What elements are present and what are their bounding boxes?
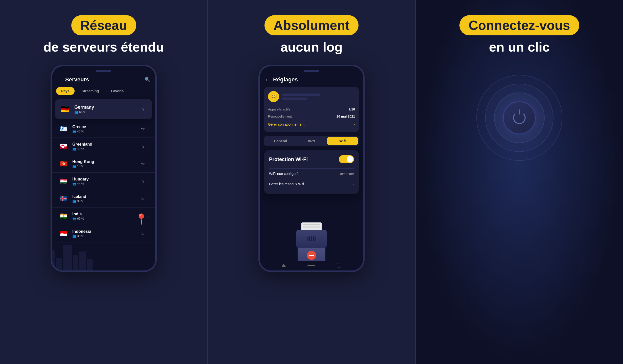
search-icon[interactable]: 🔍 <box>145 77 150 82</box>
server-load-hongkong: 👥 13 % <box>72 165 141 168</box>
star-hungary[interactable]: ☆ <box>141 178 145 184</box>
wifi-toggle[interactable] <box>339 155 354 163</box>
wifi-demander-btn[interactable]: Demander <box>339 172 354 176</box>
power-button[interactable] <box>503 101 536 134</box>
server-load-indonesia: 👥 33 % <box>72 234 141 238</box>
server-header-left: ← Serveurs <box>57 76 89 83</box>
chevron-greece: › <box>147 127 149 131</box>
servers-title: Serveurs <box>65 76 89 83</box>
panel-connect: Connectez-vous en un clic Connecté à: 🛡 … <box>416 0 623 364</box>
wifi-manage-chevron: › <box>353 182 354 186</box>
back-arrow-settings[interactable]: ← <box>265 77 270 83</box>
tab-streaming[interactable]: Streaming <box>77 87 104 95</box>
settings-tabs: Général VPN Wifi <box>264 136 359 146</box>
star-indonesia[interactable]: ☆ <box>141 231 145 236</box>
panel-servers: Réseau de serveurs étendu ← Serveurs 🔍 P… <box>0 0 208 364</box>
renewal-value: 26 mai 2021 <box>337 115 355 118</box>
paper-line-3 <box>303 228 320 228</box>
panel3-heading: Connectez-vous en un clic <box>459 15 579 55</box>
server-row-greece[interactable]: 🇬🇷 Greece 👥 40 % ☆ › <box>52 120 155 138</box>
load-icon: 👥 <box>72 234 76 238</box>
server-info-greece: Greece 👥 40 % <box>72 125 141 133</box>
server-name-germany: Germany <box>74 105 141 110</box>
server-info-germany: Germany 👥 66 % <box>74 105 141 114</box>
server-name-hongkong: Hong Kong <box>72 160 141 164</box>
server-row-germany-highlight[interactable]: 🇩🇪 Germany 👥 66 % ☆ › <box>55 99 152 119</box>
flag-greenland: 🇬🇱 <box>59 141 69 151</box>
map-pin-decoration: 📍 <box>135 213 148 225</box>
building-6 <box>87 259 93 270</box>
manage-subscription-btn[interactable]: Gérer son abonnement › <box>268 120 355 128</box>
panel-nolog: Absolument aucun log ← Réglages 😊 <box>208 0 416 364</box>
slot-4 <box>313 236 314 241</box>
panel3-bg <box>416 0 623 364</box>
chevron-greenland: › <box>147 144 149 148</box>
chevron-hungary: › <box>147 179 149 183</box>
stab-wifi[interactable]: Wifi <box>327 137 358 145</box>
server-name-greece: Greece <box>72 125 141 129</box>
back-arrow-icon[interactable]: ← <box>57 77 62 83</box>
stab-general[interactable]: Général <box>265 137 296 145</box>
server-info-indonesia: Indonesia 👥 33 % <box>72 229 141 238</box>
building-3 <box>63 245 72 270</box>
star-greenland[interactable]: ☆ <box>141 144 145 149</box>
panel2-badge: Absolument <box>264 15 359 35</box>
account-plan-blur <box>282 98 307 100</box>
server-info-greenland: Greenland 👥 40 % <box>72 142 141 151</box>
server-load-greece: 👥 40 % <box>72 130 141 133</box>
server-name-indonesia: Indonesia <box>72 229 141 234</box>
stab-vpn[interactable]: VPN <box>296 137 327 145</box>
flag-indonesia: 🇮🇩 <box>59 229 69 239</box>
load-icon: 👥 <box>72 147 76 151</box>
server-load-greenland: 👥 40 % <box>72 147 141 151</box>
wifi-manage-label: Gérer les réseaux Wifi <box>269 182 304 186</box>
wifi-row-nonconfigure: WiFi non configuré Demander <box>269 168 354 179</box>
nav-recents[interactable] <box>337 263 341 267</box>
slot-5 <box>315 236 316 241</box>
tab-favoris[interactable]: Favoris <box>106 87 129 95</box>
flag-germany: 🇩🇪 <box>59 103 71 115</box>
account-info <box>282 94 355 100</box>
account-avatar: 😊 <box>268 91 279 102</box>
nav-home[interactable] <box>307 265 315 266</box>
paper-line-1 <box>303 224 320 225</box>
nav-back[interactable] <box>282 264 286 267</box>
server-info-hungary: Hungary 👥 44 % <box>72 177 141 186</box>
tab-pays[interactable]: Pays <box>56 87 75 95</box>
server-row-iceland[interactable]: 🇮🇸 Iceland 👥 38 % ☆ › <box>52 190 155 208</box>
building-1 <box>52 250 55 270</box>
panel3-badge: Connectez-vous <box>459 15 579 35</box>
building-2 <box>56 258 62 270</box>
wifi-title: Protection Wi-Fi <box>269 156 308 162</box>
server-info-iceland: Iceland 👥 38 % <box>72 194 141 203</box>
load-icon: 👥 <box>72 217 76 220</box>
phone-frame-1: ← Serveurs 🔍 Pays Streaming Favoris 🇩🇪 G… <box>51 65 157 272</box>
load-icon: 👥 <box>72 165 76 168</box>
server-row-greenland[interactable]: 🇬🇱 Greenland 👥 40 % ☆ › <box>52 138 155 155</box>
server-name-hungary: Hungary <box>72 177 141 181</box>
server-name-india: India <box>72 212 141 216</box>
server-row-hongkong[interactable]: 🇭🇰 Hong Kong 👥 13 % ☆ › <box>52 155 155 173</box>
server-header: ← Serveurs 🔍 <box>52 66 155 87</box>
server-row-hungary[interactable]: 🇭🇺 Hungary 👥 44 % ☆ › <box>52 173 155 190</box>
star-iceland[interactable]: ☆ <box>141 196 145 201</box>
chevron-india: › <box>147 214 149 218</box>
load-icon: 👥 <box>72 199 76 203</box>
server-row-indonesia[interactable]: 🇮🇩 Indonesia 👥 33 % ☆ › <box>52 225 155 242</box>
devices-value: 9/10 <box>349 107 355 111</box>
settings-header: ← Réglages <box>260 66 363 87</box>
server-load-india: 👥 69 % <box>72 217 141 220</box>
power-symbol-icon <box>513 111 526 124</box>
panel3-subtitle: en un clic <box>459 39 579 55</box>
star-greece[interactable]: ☆ <box>141 126 145 132</box>
chevron-indonesia: › <box>147 232 149 236</box>
account-top: 😊 <box>268 91 355 102</box>
server-load-iceland: 👥 38 % <box>72 199 141 203</box>
account-email-blur <box>282 94 320 96</box>
server-info-india: India 👥 69 % <box>72 212 141 220</box>
wifi-row-manage[interactable]: Gérer les réseaux Wifi › <box>269 179 354 189</box>
star-hongkong[interactable]: ☆ <box>141 161 145 167</box>
panel1-subtitle: de serveurs étendu <box>43 39 164 55</box>
server-load-hungary: 👥 44 % <box>72 182 141 186</box>
star-germany[interactable]: ☆ <box>141 106 145 112</box>
